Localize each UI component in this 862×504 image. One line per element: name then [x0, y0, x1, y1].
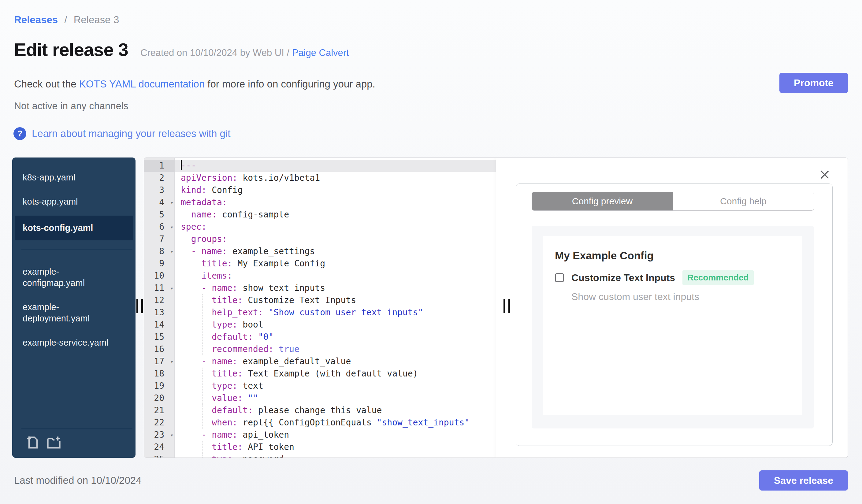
kots-yaml-doc-link[interactable]: KOTS YAML documentation — [79, 78, 205, 90]
code-line-5[interactable]: 5 name: config-sample — [144, 209, 496, 221]
line-number[interactable]: 13 — [144, 306, 175, 319]
code-line-text[interactable]: title: Customize Text Inputs — [175, 294, 496, 306]
code-line-text[interactable]: - name: example_default_value — [175, 355, 496, 368]
line-number[interactable]: 12 — [144, 294, 175, 306]
line-number[interactable]: 4▾ — [144, 196, 175, 209]
code-line-17[interactable]: 17▾ - name: example_default_value — [144, 355, 496, 368]
line-number[interactable]: 23▾ — [144, 429, 175, 441]
code-line-16[interactable]: 16 recommended: true — [144, 343, 496, 355]
code-line-text[interactable]: - name: example_settings — [175, 245, 496, 257]
line-number[interactable]: 24 — [144, 441, 175, 453]
code-line-2[interactable]: 2apiVersion: kots.io/v1beta1 — [144, 172, 496, 184]
code-line-text[interactable]: type: bool — [175, 319, 496, 331]
line-number[interactable]: 10 — [144, 270, 175, 282]
add-file-icon[interactable] — [25, 435, 41, 450]
fold-arrow-icon[interactable]: ▾ — [170, 282, 173, 294]
tab-config-preview[interactable]: Config preview — [532, 192, 672, 210]
code-line-text[interactable]: title: My Example Config — [175, 257, 496, 270]
code-line-text[interactable]: metadata: — [175, 196, 496, 209]
code-line-text[interactable]: type: text — [175, 380, 496, 392]
file-item-kots-app.yaml[interactable]: kots-app.yaml — [12, 190, 135, 214]
file-item-k8s-app.yaml[interactable]: k8s-app.yaml — [12, 165, 135, 190]
code-line-13[interactable]: 13 help_text: "Show custom user text inp… — [144, 306, 496, 319]
code-line-text[interactable]: name: config-sample — [175, 209, 496, 221]
line-number[interactable]: 7 — [144, 233, 175, 245]
customize-text-inputs-checkbox[interactable] — [555, 273, 564, 282]
code-line-text[interactable]: - name: show_text_inputs — [175, 282, 496, 294]
code-editor[interactable]: 1---2apiVersion: kots.io/v1beta13kind: C… — [144, 160, 496, 458]
code-line-12[interactable]: 12 title: Customize Text Inputs — [144, 294, 496, 306]
code-line-text[interactable]: help_text: "Show custom user text inputs… — [175, 306, 496, 319]
code-line-15[interactable]: 15 default: "0" — [144, 331, 496, 343]
file-item-example-deployment.yaml[interactable]: example-deployment.yaml — [12, 295, 135, 331]
fold-arrow-icon[interactable]: ▾ — [170, 246, 173, 258]
line-number[interactable]: 20 — [144, 392, 175, 404]
line-number[interactable]: 22 — [144, 416, 175, 429]
author-link[interactable]: Paige Calvert — [292, 48, 349, 58]
git-help-link[interactable]: Learn about managing your releases with … — [32, 128, 230, 140]
code-line-22[interactable]: 22 when: repl{{ ConfigOptionEquals "show… — [144, 416, 496, 429]
save-release-button[interactable]: Save release — [759, 470, 848, 491]
code-line-7[interactable]: 7 groups: — [144, 233, 496, 245]
code-line-text[interactable]: value: "" — [175, 392, 496, 404]
line-number[interactable]: 11▾ — [144, 282, 175, 294]
code-line-9[interactable]: 9 title: My Example Config — [144, 257, 496, 270]
code-line-23[interactable]: 23▾ - name: api_token — [144, 429, 496, 441]
code-line-14[interactable]: 14 type: bool — [144, 319, 496, 331]
line-number[interactable]: 6▾ — [144, 221, 175, 233]
line-number[interactable]: 19 — [144, 380, 175, 392]
code-line-text[interactable]: title: API token — [175, 441, 496, 453]
line-number[interactable]: 18 — [144, 368, 175, 380]
code-line-text[interactable]: - name: api_token — [175, 429, 496, 441]
code-line-25[interactable]: 25 type: password — [144, 453, 496, 458]
line-number[interactable]: 5 — [144, 209, 175, 221]
fold-arrow-icon[interactable]: ▾ — [170, 429, 173, 441]
code-line-21[interactable]: 21 default: please change this value — [144, 404, 496, 416]
line-number[interactable]: 9 — [144, 257, 175, 270]
file-item-example-service.yaml[interactable]: example-service.yaml — [12, 331, 135, 355]
promote-button[interactable]: Promote — [780, 73, 848, 93]
code-line-text[interactable]: items: — [175, 270, 496, 282]
code-line-text[interactable]: default: "0" — [175, 331, 496, 343]
code-line-text[interactable]: kind: Config — [175, 184, 496, 196]
code-line-10[interactable]: 10 items: — [144, 270, 496, 282]
code-line-18[interactable]: 18 title: Text Example (with default val… — [144, 368, 496, 380]
file-item-kots-config.yaml[interactable]: kots-config.yaml — [15, 216, 133, 240]
line-number[interactable]: 16 — [144, 343, 175, 355]
line-number[interactable]: 14 — [144, 319, 175, 331]
preview-resize-handle[interactable] — [504, 299, 510, 313]
code-line-1[interactable]: 1--- — [144, 160, 496, 172]
fold-arrow-icon[interactable]: ▾ — [170, 221, 173, 233]
code-line-text[interactable]: spec: — [175, 221, 496, 233]
line-number[interactable]: 8▾ — [144, 245, 175, 257]
code-line-24[interactable]: 24 title: API token — [144, 441, 496, 453]
code-line-text[interactable]: title: Text Example (with default value) — [175, 368, 496, 380]
close-icon[interactable] — [818, 168, 831, 181]
code-line-text[interactable]: apiVersion: kots.io/v1beta1 — [175, 172, 496, 184]
code-line-4[interactable]: 4▾metadata: — [144, 196, 496, 209]
fold-arrow-icon[interactable]: ▾ — [170, 356, 173, 368]
code-line-6[interactable]: 6▾spec: — [144, 221, 496, 233]
code-line-11[interactable]: 11▾ - name: show_text_inputs — [144, 282, 496, 294]
code-line-20[interactable]: 20 value: "" — [144, 392, 496, 404]
code-line-19[interactable]: 19 type: text — [144, 380, 496, 392]
code-line-text[interactable]: type: password — [175, 453, 496, 458]
code-line-text[interactable]: default: please change this value — [175, 404, 496, 416]
add-folder-icon[interactable] — [46, 435, 62, 450]
code-line-8[interactable]: 8▾ - name: example_settings — [144, 245, 496, 257]
breadcrumb-releases-link[interactable]: Releases — [14, 14, 58, 25]
line-number[interactable]: 25 — [144, 453, 175, 458]
line-number[interactable]: 3 — [144, 184, 175, 196]
code-line-text[interactable]: when: repl{{ ConfigOptionEquals "show_te… — [175, 416, 496, 429]
tab-config-help[interactable]: Config help — [672, 192, 814, 210]
code-line-text[interactable]: --- — [175, 160, 496, 172]
file-item-example-configmap.yaml[interactable]: example-configmap.yaml — [12, 260, 135, 295]
line-number[interactable]: 17▾ — [144, 355, 175, 368]
fold-arrow-icon[interactable]: ▾ — [170, 197, 173, 209]
code-line-3[interactable]: 3kind: Config — [144, 184, 496, 196]
code-line-text[interactable]: groups: — [175, 233, 496, 245]
sidebar-resize-handle[interactable] — [136, 299, 143, 313]
line-number[interactable]: 2 — [144, 172, 175, 184]
code-line-text[interactable]: recommended: true — [175, 343, 496, 355]
line-number[interactable]: 15 — [144, 331, 175, 343]
